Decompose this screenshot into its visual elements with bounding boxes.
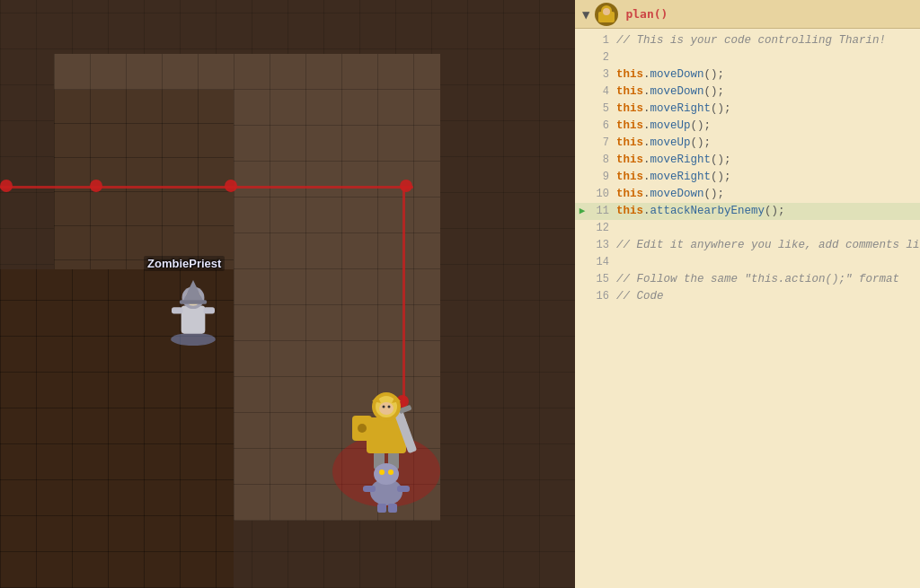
svg-point-27: [388, 470, 394, 475]
character-avatar: [595, 3, 618, 26]
code-line-11: ▶11this.attackNearbyEnemy();: [575, 203, 920, 220]
line-number-2: 2: [589, 49, 616, 66]
svg-point-26: [379, 470, 385, 475]
svg-point-14: [358, 424, 367, 433]
code-line-16: 16// Code: [575, 288, 920, 305]
line-number-9: 9: [589, 169, 616, 186]
svg-point-21: [379, 402, 394, 415]
line-content-16: // Code: [616, 288, 920, 305]
code-line-1: 1// This is your code controlling Tharin…: [575, 32, 920, 49]
svg-rect-7: [180, 300, 207, 303]
line-content-8: this.moveRight();: [616, 152, 920, 169]
line-content-7: this.moveUp();: [616, 135, 920, 152]
svg-rect-28: [363, 486, 376, 492]
code-panel: ▼ plan() 1// This is your code controlli…: [575, 0, 920, 588]
collapse-arrow[interactable]: ▼: [582, 7, 589, 22]
line-number-10: 10: [589, 186, 616, 203]
line-number-11: 11: [589, 203, 616, 220]
line-number-6: 6: [589, 118, 616, 135]
line-content-13: // Edit it anywhere you like, add commen…: [616, 237, 920, 254]
line-number-13: 13: [589, 237, 616, 254]
line-number-12: 12: [589, 220, 616, 237]
line-number-15: 15: [589, 271, 616, 288]
svg-point-0: [171, 333, 216, 346]
code-line-15: 15// Follow the same "this.action();" fo…: [575, 271, 920, 288]
path-dot-3: [225, 180, 237, 192]
line-content-1: // This is your code controlling Tharin!: [616, 32, 920, 49]
line-content-10: this.moveDown();: [616, 186, 920, 203]
code-line-5: 5this.moveRight();: [575, 101, 920, 118]
line-indicator-11: ▶: [575, 203, 589, 220]
line-content-11: this.attackNearbyEnemy();: [616, 203, 920, 220]
code-line-14: 14: [575, 254, 920, 271]
line-content-5: this.moveRight();: [616, 101, 920, 118]
code-line-7: 7this.moveUp();: [575, 135, 920, 152]
code-line-10: 10this.moveDown();: [575, 186, 920, 203]
svg-point-34: [603, 8, 610, 15]
path-line-vertical: [402, 186, 405, 410]
svg-rect-29: [397, 486, 410, 492]
line-number-14: 14: [589, 254, 616, 271]
code-line-6: 6this.moveUp();: [575, 118, 920, 135]
zombie-name-label: ZombiePriest: [144, 256, 225, 271]
svg-rect-9: [204, 307, 215, 313]
code-line-8: 8this.moveRight();: [575, 152, 920, 169]
svg-point-22: [383, 406, 385, 408]
svg-rect-30: [377, 504, 386, 513]
svg-rect-8: [172, 307, 182, 313]
code-line-3: 3this.moveDown();: [575, 66, 920, 83]
zombie-priest-sprite: [162, 274, 225, 346]
line-number-5: 5: [589, 101, 616, 118]
line-number-7: 7: [589, 135, 616, 152]
plan-label: plan(): [625, 7, 668, 21]
line-number-16: 16: [589, 288, 616, 305]
svg-rect-31: [388, 504, 397, 513]
code-header: ▼ plan(): [575, 0, 920, 29]
path-line-horizontal: [0, 186, 413, 189]
svg-point-25: [374, 463, 399, 485]
code-line-13: 13// Edit it anywhere you like, add comm…: [575, 237, 920, 254]
line-content-4: this.moveDown();: [616, 83, 920, 101]
line-content-6: this.moveUp();: [616, 118, 920, 135]
code-line-4: 4this.moveDown();: [575, 83, 920, 101]
line-number-3: 3: [589, 66, 616, 83]
path-dot-2: [90, 180, 102, 192]
code-line-9: 9this.moveRight();: [575, 169, 920, 186]
line-content-15: // Follow the same "this.action();" form…: [616, 271, 920, 288]
path-dot-1: [0, 180, 13, 192]
line-content-9: this.moveRight();: [616, 169, 920, 186]
code-editor[interactable]: 1// This is your code controlling Tharin…: [575, 29, 920, 588]
line-number-1: 1: [589, 32, 616, 49]
line-content-3: this.moveDown();: [616, 66, 920, 83]
line-number-8: 8: [589, 152, 616, 169]
code-line-2: 2: [575, 49, 920, 66]
enemy-sprite: [359, 452, 413, 514]
code-line-12: 12: [575, 220, 920, 237]
svg-point-23: [388, 406, 391, 408]
active-line-arrow: ▶: [579, 203, 586, 220]
line-number-4: 4: [589, 83, 616, 101]
svg-rect-1: [181, 306, 206, 334]
game-viewport: ZombiePriest: [0, 0, 575, 588]
